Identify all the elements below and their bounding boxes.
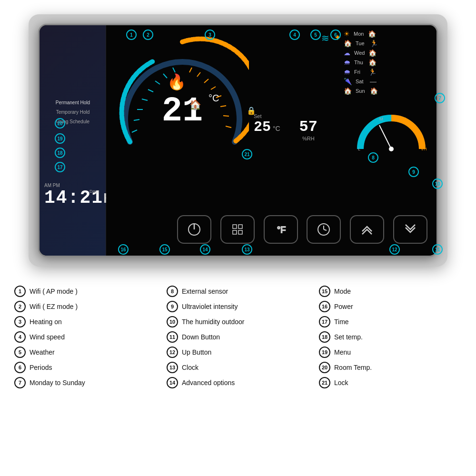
uv-gauge: L M H VH UV index [356,113,427,151]
label-text-3: Heating on [30,318,62,326]
humidity-value: 57 [299,118,317,136]
power-button[interactable] [177,215,211,244]
label-num-14: 14 [167,377,178,388]
svg-text:21: 21 [162,92,203,131]
svg-line-11 [211,87,216,89]
fri-label: Fri [354,69,368,75]
label-text-16: Power [334,303,353,310]
temperature-arc: 🔥 21 °C [116,32,249,166]
label-text-17: Time [334,318,349,326]
svg-line-9 [197,72,200,77]
svg-text:🔥: 🔥 [167,73,186,91]
label-num-15: 15 [319,286,330,297]
svg-line-19 [379,125,391,149]
hold-options-area: Permanent Hold Temporary Hold Using Sche… [44,99,101,126]
label-item-3: 3 Heating on [14,316,157,327]
wed-weather-icon: ☁ [344,49,350,57]
label-item-15: 15 Mode [319,286,462,297]
svg-line-15 [226,126,231,128]
clock-button[interactable] [307,215,341,244]
label-item-11: 11 Down Button [167,331,309,343]
label-num-5: 5 [14,347,26,358]
label-text-6: Periods [30,364,52,371]
fri-home-icon: 🏃 [368,68,377,76]
label-num-3: 3 [14,316,26,327]
label-item-9: 9 Ultraviolet intensity [167,301,309,312]
svg-text:VH: VH [421,147,427,151]
label-text-8: External sensor [182,288,228,295]
tue-home-icon: 🏃 [370,40,378,47]
label-text-10: The humidity outdoor [182,318,245,326]
label-item-6: 6 Periods [14,362,157,373]
label-item-8: 8 External sensor [167,286,309,297]
label-item-16: 16 Power [319,301,462,312]
annotation-16: 16 [118,244,129,255]
label-text-15: Mode [334,288,351,295]
annotation-17: 17 [55,162,65,172]
label-text-12: Up Button [182,348,211,356]
tue-weather-icon: 🏠 [344,40,352,47]
set-temp-area: Set 25 °C [254,113,280,135]
fahrenheit-button[interactable]: °F [264,215,298,244]
svg-rect-29 [238,225,242,228]
label-item-13: 13 Clock [167,362,309,373]
annotation-14: 14 [200,244,210,255]
day-row-fri: 🌧 Fri 🏃 [344,68,429,76]
label-text-9: Ultraviolet intensity [182,303,238,310]
svg-text:M: M [379,117,383,121]
annotation-2: 2 [143,30,153,40]
label-num-9: 9 [167,301,178,312]
svg-line-35 [324,229,327,230]
humidity-area: 57 %RH [299,118,317,141]
sat-home-icon: — [370,78,377,85]
annotation-8: 8 [368,152,378,163]
home-icon: 🏠 [189,99,201,110]
wed-home-icon: 🏠 [368,49,377,57]
sat-weather-icon: 🌂 [344,78,352,85]
svg-line-1 [134,119,139,120]
device-body: Permanent Hold Temporary Hold Using Sche… [38,24,438,257]
annotation-20: 20 [55,118,65,129]
annotation-3: 3 [205,30,215,40]
tue-label: Tue [356,40,370,46]
svg-text:H: H [403,117,407,121]
day-row-tue: 🏠 Tue 🏃 [344,40,429,47]
label-num-6: 6 [14,362,26,373]
time-display: 14:21h [44,188,112,208]
svg-line-4 [148,89,153,92]
label-num-20: 20 [319,362,330,373]
wind-icon: ≋ [321,32,329,44]
temporary-hold-label: Temporary Hold [44,109,101,116]
down-button[interactable] [393,215,427,244]
mon-weather-icon: ☀ [344,30,350,38]
svg-text:°F: °F [277,225,286,235]
permanent-hold-label: Permanent Hold [44,99,101,107]
label-item-2: 2 Wifi ( EZ mode ) [14,301,157,312]
sun-home-icon: 🏠 [370,87,378,95]
label-num-16: 16 [319,301,330,312]
day-row-sun: 🏠 Sun 🏠 [344,87,429,95]
thu-home-icon: 🏠 [368,59,377,66]
buttons-row: °F [173,215,432,244]
label-num-21: 21 [319,377,330,388]
label-item-1: 1 Wifi ( AP mode ) [14,286,157,297]
svg-line-6 [163,74,167,78]
set-unit: °C [273,125,280,132]
up-button[interactable] [350,215,384,244]
label-item-19: 19 Menu [319,347,462,358]
label-text-7: Monday to Sunday [30,379,85,387]
set-value: 25 [254,119,271,135]
label-text-11: Down Button [182,333,220,341]
fri-weather-icon: 🌧 [344,68,350,76]
label-text-5: Weather [30,348,55,356]
label-text-20: Room Temp. [334,364,372,371]
mode-button[interactable] [220,215,255,244]
mon-home-icon: 🏠 [368,30,376,38]
label-item-21: 21 Lock [319,377,462,388]
labels-section: 1 Wifi ( AP mode ) 2 Wifi ( EZ mode ) 3 … [14,286,462,388]
using-schedule-label: Using Schedule [44,118,101,126]
day-row-wed: ☁ Wed 🏠 [344,49,429,57]
label-item-12: 12 Up Button [167,347,309,358]
svg-line-8 [189,68,192,72]
svg-line-7 [173,68,175,72]
